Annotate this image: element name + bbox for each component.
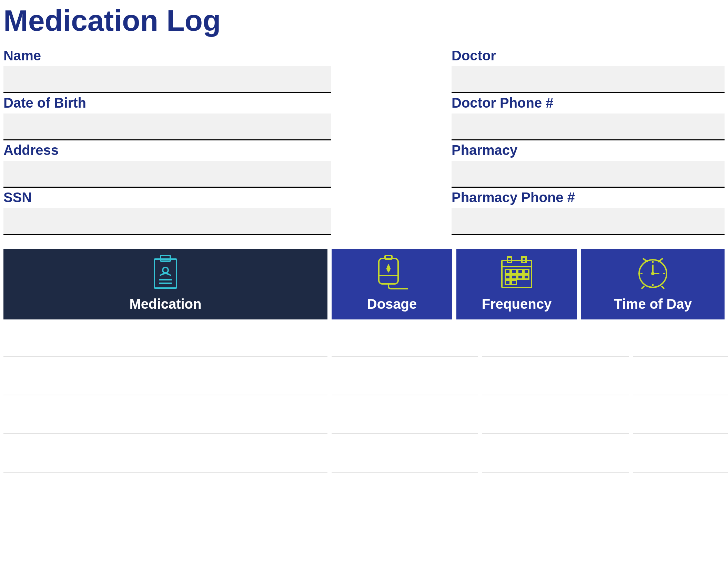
medication-table-header: Medication Dosage xyxy=(3,249,725,319)
svg-point-2 xyxy=(163,267,168,273)
th-time-of-day: Time of Day xyxy=(581,249,725,319)
svg-rect-6 xyxy=(385,256,392,259)
cell-frequency[interactable] xyxy=(482,322,629,357)
cell-medication[interactable] xyxy=(3,399,327,434)
page-title: Medication Log xyxy=(3,0,725,48)
cell-frequency[interactable] xyxy=(482,399,629,434)
svg-rect-15 xyxy=(512,269,516,274)
patient-info-grid: Name Date of Birth Address SSN Doctor Do… xyxy=(3,48,725,235)
cell-dosage[interactable] xyxy=(332,361,478,395)
cell-frequency[interactable] xyxy=(482,438,629,473)
input-ssn[interactable] xyxy=(3,208,331,235)
svg-rect-21 xyxy=(524,275,529,279)
th-dosage-label: Dosage xyxy=(367,296,417,312)
cell-time[interactable] xyxy=(633,399,728,434)
input-address[interactable] xyxy=(3,161,331,188)
svg-rect-19 xyxy=(512,275,516,279)
input-doctor-phone[interactable] xyxy=(452,113,725,140)
cell-time[interactable] xyxy=(633,361,728,395)
label-address: Address xyxy=(3,142,331,159)
th-medication: Medication xyxy=(3,249,327,319)
provider-info-right: Doctor Doctor Phone # Pharmacy Pharmacy … xyxy=(452,48,725,235)
label-ssn: SSN xyxy=(3,190,331,206)
medication-table-body xyxy=(3,322,725,473)
input-pharmacy-phone[interactable] xyxy=(452,208,725,235)
th-time-label: Time of Day xyxy=(614,296,692,312)
table-row xyxy=(3,322,725,357)
iv-bag-icon xyxy=(371,255,413,290)
cell-time[interactable] xyxy=(633,322,728,357)
svg-rect-14 xyxy=(505,269,510,274)
label-doctor: Doctor xyxy=(452,48,725,64)
th-frequency: Frequency xyxy=(456,249,577,319)
table-row xyxy=(3,361,725,395)
input-doctor[interactable] xyxy=(452,66,725,93)
input-name[interactable] xyxy=(3,66,331,93)
clock-icon xyxy=(634,255,672,290)
th-medication-label: Medication xyxy=(130,296,202,312)
svg-point-27 xyxy=(652,273,654,275)
cell-medication[interactable] xyxy=(3,438,327,473)
cell-dosage[interactable] xyxy=(332,438,478,473)
clipboard-icon xyxy=(149,255,182,290)
cell-dosage[interactable] xyxy=(332,322,478,357)
cell-time[interactable] xyxy=(633,438,728,473)
svg-rect-18 xyxy=(505,275,510,279)
input-pharmacy[interactable] xyxy=(452,161,725,188)
svg-line-31 xyxy=(661,286,664,289)
table-row xyxy=(3,399,725,434)
svg-rect-23 xyxy=(512,280,516,285)
label-doctor-phone: Doctor Phone # xyxy=(452,95,725,111)
label-name: Name xyxy=(3,48,331,64)
th-frequency-label: Frequency xyxy=(482,296,552,312)
cell-dosage[interactable] xyxy=(332,399,478,434)
cell-medication[interactable] xyxy=(3,322,327,357)
cell-medication[interactable] xyxy=(3,361,327,395)
cell-frequency[interactable] xyxy=(482,361,629,395)
label-pharmacy-phone: Pharmacy Phone # xyxy=(452,190,725,206)
calendar-icon xyxy=(498,255,536,290)
svg-rect-17 xyxy=(524,269,529,274)
table-row xyxy=(3,438,725,473)
svg-rect-16 xyxy=(518,269,523,274)
label-pharmacy: Pharmacy xyxy=(452,142,725,159)
svg-line-30 xyxy=(641,286,644,289)
svg-rect-20 xyxy=(518,275,523,279)
label-dob: Date of Birth xyxy=(3,95,331,111)
svg-rect-22 xyxy=(505,280,510,285)
th-dosage: Dosage xyxy=(332,249,452,319)
patient-info-left: Name Date of Birth Address SSN xyxy=(3,48,331,235)
input-dob[interactable] xyxy=(3,113,331,140)
